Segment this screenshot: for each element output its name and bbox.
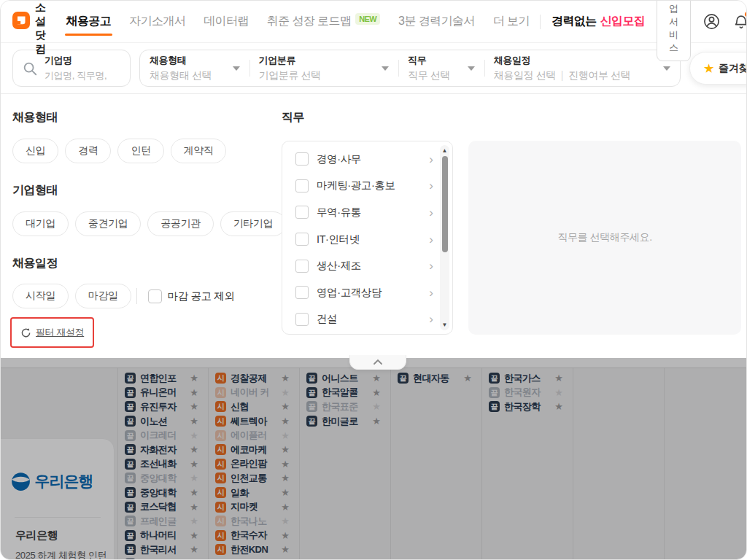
job-category-label: IT·인터넷 [317, 233, 360, 246]
main-nav: 채용공고 자기소개서 데이터랩 취준 성장 로드맵 NEW 3분 경력기술서 더… [66, 1, 530, 43]
new-badge: NEW [355, 13, 380, 25]
filter-reset-button[interactable]: 필터 재설정 [10, 317, 94, 348]
collapse-panel-handle[interactable] [349, 355, 406, 370]
job-category-label: 건설 [317, 312, 337, 326]
section-title-schedule: 채용일정 [12, 256, 58, 271]
dropdown-label: 기업분류 [259, 54, 376, 67]
checkbox[interactable] [295, 260, 309, 273]
job-category-label: 무역·유통 [317, 206, 361, 219]
dropdown-label: 채용형태 [150, 54, 227, 67]
job-category-row[interactable]: 경영·사무 › [282, 146, 441, 173]
promo-text: 경력없는 [551, 14, 597, 29]
dimmed-background: 끝 연합인포 ★ 끝 유니온머 ★ 끝 유진투자 ★ 끝 이노션 ★ 끝 이크레 [1, 358, 747, 560]
scrollbar[interactable]: ▲ ▼ [440, 145, 449, 330]
nav-item[interactable]: 취준 성장 로드맵 NEW [267, 1, 380, 43]
app-window: 자소설닷컴 채용공고 자기소개서 데이터랩 취준 성장 로드맵 NEW 3분 경… [0, 0, 747, 560]
nav-item[interactable]: 자기소개서 [129, 1, 185, 43]
dropdown-value: 직무 선택 [408, 69, 462, 82]
nav-item-label: 채용공고 [66, 14, 112, 29]
job-category-label: 생산·제조 [317, 259, 361, 273]
job-category-row[interactable]: IT·인터넷 › [282, 226, 441, 253]
scroll-up-icon[interactable]: ▲ [440, 147, 449, 154]
filter-chip[interactable]: 대기업 [12, 211, 69, 236]
promo-link[interactable]: 경력없는 신입모집 [551, 14, 645, 29]
nav-item[interactable]: 채용공고 [66, 1, 112, 43]
search-label: 기업명 [44, 54, 107, 67]
notifications-button[interactable] [732, 12, 747, 31]
checkbox[interactable] [295, 313, 309, 326]
biz-service-button[interactable]: 기업서비스 [657, 0, 690, 61]
filter-chip[interactable]: 기타기업 [220, 211, 286, 236]
profile-button[interactable] [703, 12, 721, 31]
filter-dropdown-0[interactable]: 채용형태 채용형태 선택 [140, 50, 249, 86]
job-empty-message: 직무를 선택해주세요. [557, 231, 651, 244]
chevron-right-icon: › [429, 206, 433, 219]
schedule-chips: 시작일마감일 [12, 284, 131, 308]
logo[interactable]: 자소설닷컴 [12, 0, 46, 56]
job-category-row[interactable]: 마케팅·광고·홍보 › [282, 173, 441, 200]
header: 자소설닷컴 채용공고 자기소개서 데이터랩 취준 성장 로드맵 NEW 3분 경… [1, 1, 747, 43]
checkbox[interactable] [295, 286, 309, 299]
dropdown-label: 직무 [408, 54, 462, 67]
user-icon [703, 12, 721, 31]
employment-chips: 신입경력인턴계약직 [12, 139, 226, 163]
chevron-right-icon: › [429, 313, 433, 325]
job-detail-panel: 직무를 선택해주세요. [468, 141, 741, 335]
job-category-row[interactable]: 영업·고객상담 › [282, 279, 441, 306]
section-title-job: 직무 [282, 110, 304, 125]
exclude-closed-label[interactable]: 마감 공고 제외 [168, 289, 235, 303]
filter-dropdown-1[interactable]: 기업분류 기업분류 선택 [249, 50, 398, 86]
chevron-right-icon: › [429, 153, 433, 166]
filter-chip[interactable]: 마감일 [75, 284, 131, 308]
search-placeholder: 기업명, 직무명, [44, 69, 107, 82]
dropdown-value: 기업분류 선택 [259, 69, 376, 82]
job-category-row[interactable]: 무역·유통 › [282, 199, 441, 226]
filter-chip[interactable]: 공공기관 [147, 211, 213, 236]
dropdown-value: 채용일정 선택|진행여부 선택 [494, 69, 657, 82]
nav-item-label: 자기소개서 [129, 14, 185, 29]
checkbox[interactable] [295, 179, 309, 192]
job-category-row[interactable]: 생산·제조 › [282, 252, 441, 279]
search-icon [22, 61, 38, 77]
checkbox[interactable] [295, 233, 309, 246]
filter-chip[interactable]: 계약직 [171, 139, 227, 163]
scrollbar-thumb[interactable] [442, 156, 448, 252]
nav-item[interactable]: 데이터랩 [204, 1, 249, 43]
nav-item-label: 더 보기 [493, 14, 530, 29]
filter-chip[interactable]: 인턴 [117, 139, 163, 163]
section-title-employment: 채용형태 [12, 110, 58, 125]
nav-item[interactable]: 3분 경력기술서 [398, 1, 475, 43]
job-category-label: 경영·사무 [317, 152, 361, 166]
filter-chip[interactable]: 시작일 [12, 284, 69, 308]
job-category-label: 영업·고객상담 [317, 286, 382, 300]
checkbox[interactable] [295, 206, 309, 219]
divider [136, 288, 137, 304]
chevron-down-icon [663, 66, 670, 71]
schedule-row: 시작일마감일 마감 공고 제외 [12, 284, 234, 308]
filter-chip[interactable]: 중견기업 [75, 211, 141, 236]
filter-dropdown-2[interactable]: 직무 직무 선택 [398, 50, 484, 86]
job-category-list: 경영·사무 › 마케팅·광고·홍보 › 무역·유통 › IT·인터넷 › 생산·… [282, 141, 453, 335]
chevron-up-icon [373, 359, 383, 365]
chevron-right-icon: › [429, 233, 433, 246]
exclude-closed-checkbox[interactable] [148, 289, 162, 303]
checkbox[interactable] [295, 152, 309, 166]
nav-item-label: 3분 경력기술서 [398, 14, 475, 29]
scroll-down-icon[interactable]: ▼ [440, 322, 449, 328]
chevron-down-icon [233, 66, 240, 71]
chevron-right-icon: › [429, 287, 433, 299]
filter-panel: 채용형태 신입경력인턴계약직 기업형태 대기업중견기업공공기관기타기업 채용일정… [1, 94, 747, 358]
notification-dot [745, 12, 747, 17]
refresh-icon [20, 327, 31, 338]
job-category-row[interactable]: 건설 › [282, 306, 441, 333]
nav-item[interactable]: 더 보기 [493, 1, 530, 43]
logo-text: 자소설닷컴 [35, 0, 46, 56]
company-chips: 대기업중견기업공공기관기타기업 [12, 211, 286, 236]
jasoseol-logo-icon [12, 12, 30, 32]
chevron-down-icon [468, 66, 475, 71]
filter-chip[interactable]: 신입 [12, 139, 58, 163]
job-category-label: 마케팅·광고·홍보 [317, 179, 395, 192]
filter-chip[interactable]: 경력 [65, 139, 111, 163]
modal-overlay[interactable] [1, 358, 747, 560]
chevron-down-icon [382, 66, 389, 71]
